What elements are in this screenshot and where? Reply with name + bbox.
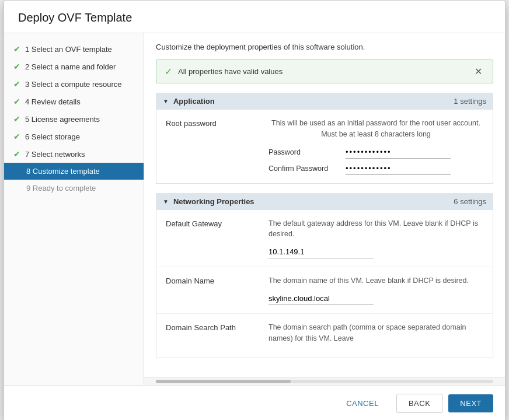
input-row-0: [269, 292, 483, 305]
prop-description: The domain name of this VM. Leave blank …: [269, 275, 483, 286]
sidebar-item-step9[interactable]: 9 Ready to complete: [4, 180, 144, 197]
section-application: ▼Application1 settingsRoot passwordThis …: [156, 93, 493, 184]
section-header-application[interactable]: ▼Application1 settings: [156, 93, 493, 110]
sidebar-item-label: 4 Review details: [25, 97, 81, 106]
check-icon: ✔: [13, 132, 20, 141]
next-button[interactable]: NEXT: [448, 394, 493, 412]
prop-detail: The domain search path (comma or space s…: [269, 322, 483, 350]
sidebar-item-step8[interactable]: 8 Customize template: [4, 163, 144, 180]
prop-row-domain-search-path: Domain Search PathThe domain search path…: [156, 314, 493, 358]
check-icon: ✔: [13, 79, 20, 89]
scrollbar-thumb[interactable]: [156, 380, 291, 383]
prop-description: This will be used as an initial password…: [269, 118, 483, 140]
section-header-networking[interactable]: ▼Networking Properties6 settings: [156, 193, 493, 210]
input-row-1: Confirm Password: [269, 162, 483, 175]
input-field-root-password-1[interactable]: [346, 162, 451, 175]
prop-name: Domain Search Path: [166, 322, 259, 350]
section-count: 6 settings: [454, 197, 486, 206]
prop-inputs: PasswordConfirm Password: [269, 146, 483, 175]
prop-row-domain-name: Domain NameThe domain name of this VM. L…: [156, 267, 493, 314]
prop-detail: This will be used as an initial password…: [269, 118, 483, 175]
prop-detail: The domain name of this VM. Leave blank …: [269, 275, 483, 305]
check-icon: ✔: [13, 97, 20, 106]
check-icon: ✔: [13, 114, 20, 124]
input-field-domain-name-0[interactable]: [269, 292, 374, 305]
input-field-root-password-0[interactable]: [346, 146, 451, 159]
collapse-icon: ▼: [163, 98, 169, 104]
success-icon: ✓: [165, 66, 172, 77]
sidebar-item-step1[interactable]: ✔1 Select an OVF template: [4, 40, 144, 58]
check-icon: ✔: [13, 44, 20, 54]
section-name: Application: [173, 97, 215, 106]
sidebar-item-label: 1 Select an OVF template: [25, 45, 112, 54]
section-body-networking: Default GatewayThe default gateway addre…: [156, 210, 493, 359]
content-area: Customize the deployment properties of t…: [144, 33, 505, 377]
prop-description: The domain search path (comma or space s…: [269, 322, 483, 344]
alert-close-button[interactable]: ✕: [472, 66, 484, 77]
prop-inputs: [269, 292, 483, 305]
prop-name: Root password: [166, 118, 259, 175]
prop-row-root-password: Root passwordThis will be used as an ini…: [156, 110, 493, 183]
sidebar-item-label: 6 Select storage: [25, 132, 80, 141]
prop-name: Default Gateway: [166, 218, 259, 259]
alert-text: All properties have valid values: [178, 67, 466, 76]
sidebar-item-step7[interactable]: ✔7 Select networks: [4, 145, 144, 163]
prop-detail: The default gateway address for this VM.…: [269, 218, 483, 259]
check-icon: ✔: [13, 149, 20, 159]
sidebar-item-label: 2 Select a name and folder: [25, 62, 116, 71]
input-field-default-gateway-0[interactable]: [269, 246, 374, 258]
horizontal-scrollbar[interactable]: [144, 377, 505, 385]
input-label: Confirm Password: [269, 164, 339, 173]
section-networking: ▼Networking Properties6 settingsDefault …: [156, 193, 493, 359]
input-row-0: Password: [269, 146, 483, 159]
sidebar: ✔1 Select an OVF template✔2 Select a nam…: [4, 33, 144, 385]
sidebar-item-label: 5 License agreements: [25, 115, 100, 124]
sidebar-item-step2[interactable]: ✔2 Select a name and folder: [4, 58, 144, 75]
main-content: Customize the deployment properties of t…: [144, 33, 505, 385]
scrollbar-track: [156, 380, 493, 383]
check-icon: ✔: [13, 62, 20, 71]
sidebar-item-step6[interactable]: ✔6 Select storage: [4, 128, 144, 145]
cancel-button[interactable]: CANCEL: [334, 394, 391, 412]
sidebar-item-label: 8 Customize template: [26, 167, 100, 176]
input-label: Password: [269, 148, 339, 156]
alert-box: ✓ All properties have valid values ✕: [156, 60, 493, 83]
sidebar-item-label: 7 Select networks: [25, 150, 85, 159]
sidebar-item-step3[interactable]: ✔3 Select a compute resource: [4, 75, 144, 93]
dialog-body: ✔1 Select an OVF template✔2 Select a nam…: [4, 33, 505, 385]
input-row-0: [269, 246, 483, 258]
sidebar-item-label: 3 Select a compute resource: [25, 80, 121, 89]
prop-description: The default gateway address for this VM.…: [269, 218, 483, 240]
sidebar-item-label: 9 Ready to complete: [26, 184, 96, 192]
section-count: 1 settings: [454, 97, 486, 106]
back-button[interactable]: BACK: [396, 394, 442, 413]
dialog-title: Deploy OVF Template: [4, 1, 505, 33]
prop-row-default-gateway: Default GatewayThe default gateway addre…: [156, 210, 493, 268]
section-name: Networking Properties: [173, 197, 254, 206]
collapse-icon: ▼: [163, 198, 169, 205]
dialog-footer: CANCEL BACK NEXT: [4, 385, 505, 420]
section-body-application: Root passwordThis will be used as an ini…: [156, 110, 493, 184]
sidebar-item-step5[interactable]: ✔5 License agreements: [4, 110, 144, 128]
deploy-ovf-dialog: Deploy OVF Template ✔1 Select an OVF tem…: [4, 0, 505, 420]
sidebar-item-step4[interactable]: ✔4 Review details: [4, 93, 144, 110]
content-description: Customize the deployment properties of t…: [156, 43, 493, 51]
prop-name: Domain Name: [166, 275, 259, 305]
prop-inputs: [269, 246, 483, 258]
